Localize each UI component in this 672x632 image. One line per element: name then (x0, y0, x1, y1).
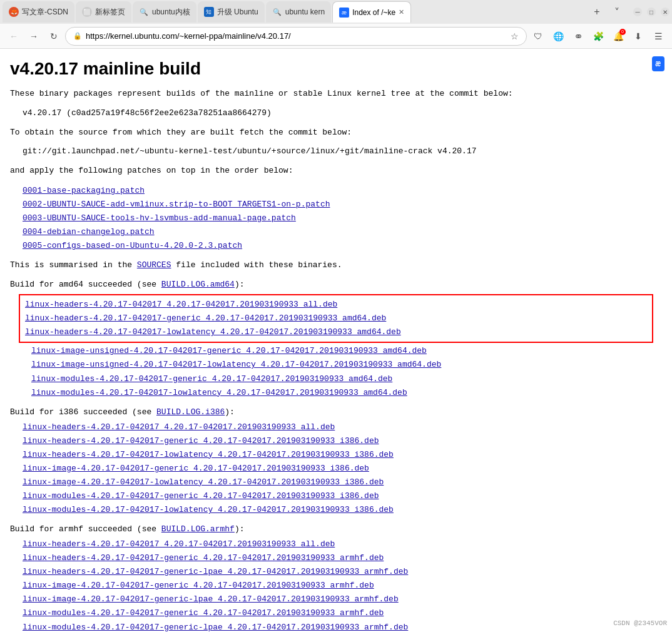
minimize-button[interactable]: ─ (633, 8, 642, 16)
page-content: æ v4.20.17 mainline build These binary p… (0, 49, 672, 632)
i386-buildlog-link[interactable]: BUILD.LOG.i386 (156, 407, 225, 417)
nav-bar: ← → ↻ 🔒 ☆ 🛡 🌐 ⚭ 🧩 🔔 0 ⬇ ☰ (0, 24, 672, 49)
tab-csdn[interactable]: 🦊 写文章-CSDN (3, 1, 74, 23)
i386-files-container: linux-headers-4.20.17-042017_4.20.17-042… (10, 420, 662, 517)
tab-favicon-newtab: ⬜ (82, 7, 92, 17)
page-title: v4.20.17 mainline build (10, 59, 662, 79)
tab-newtab[interactable]: ⬜ 新标签页 (76, 1, 131, 23)
patches-intro-line: and apply the following patches on top i… (10, 165, 662, 178)
armhf-file-4[interactable]: linux-image-4.20.17-042017-generic-lpae_… (10, 593, 662, 606)
tab-label-csdn: 写文章-CSDN (22, 7, 68, 18)
tab-upgrade-ubuntu[interactable]: 知 升级 Ubuntu (198, 1, 265, 23)
window-controls: ─ □ ✕ (633, 8, 669, 16)
patch-link-0003[interactable]: 0003-UBUNTU-SAUCE-tools-hv-lsvmbus-add-m… (10, 212, 662, 225)
patches-list: 0001-base-packaging.patch 0002-UBUNTU-SA… (10, 184, 662, 253)
close-window-button[interactable]: ✕ (661, 8, 669, 16)
armhf-buildlog-link[interactable]: BUILD.LOG.armhf (161, 524, 235, 534)
tab-favicon-upgrade: 知 (204, 7, 214, 17)
tab-actions: + ˅ ─ □ ✕ (588, 3, 669, 21)
armhf-file-0[interactable]: linux-headers-4.20.17-042017_4.20.17-042… (10, 538, 662, 551)
armhf-file-2[interactable]: linux-headers-4.20.17-042017-generic-lpa… (10, 565, 662, 579)
reload-button[interactable]: ↻ (45, 28, 63, 45)
new-tab-button[interactable]: + (588, 3, 606, 21)
nav-right-icons: 🛡 🌐 ⚭ 🧩 🔔 0 ⬇ ☰ (529, 28, 667, 45)
menu-button[interactable]: ☰ (649, 28, 667, 45)
tab-label-newtab: 新标签页 (95, 7, 125, 18)
pocket-icon[interactable]: 🛡 (529, 28, 547, 45)
tab-ubuntu-kern[interactable]: 🔍 ubuntu kern (266, 1, 331, 23)
amd64-file-4[interactable]: linux-image-unsigned-4.20.17-042017-lowl… (19, 358, 662, 372)
patch-link-0002[interactable]: 0002-UBUNTU-SAUCE-add-vmlinux.strip-to-B… (10, 198, 662, 212)
tab-ubuntu-kernel[interactable]: 🔍 ubuntu内核 (133, 1, 196, 23)
i386-file-6[interactable]: linux-modules-4.20.17-042017-lowlatency_… (10, 503, 662, 517)
sync-icon[interactable]: ⚭ (569, 28, 587, 45)
patch-link-0004[interactable]: 0004-debian-changelog.patch (10, 225, 662, 239)
commit-line: v4.20.17 (c0ad257a19f48c56f2ee2e623a7825… (10, 107, 662, 120)
ae-icon: æ (652, 56, 664, 71)
patch-link-0001[interactable]: 0001-base-packaging.patch (10, 184, 662, 198)
amd64-highlighted-files: linux-headers-4.20.17-042017_4.20.17-042… (19, 294, 653, 343)
download-icon[interactable]: ⬇ (629, 28, 647, 45)
amd64-file-1[interactable]: linux-headers-4.20.17-042017-generic_4.2… (23, 312, 649, 325)
browser-chrome: 🦊 写文章-CSDN ⬜ 新标签页 🔍 ubuntu内核 知 升级 Ubuntu… (0, 0, 672, 49)
amd64-file-5[interactable]: linux-modules-4.20.17-042017-generic_4.2… (19, 372, 662, 386)
i386-file-2[interactable]: linux-headers-4.20.17-042017-lowlatency_… (10, 448, 662, 462)
git-line: git://git.launchpad.net/~ubuntu-kernel-t… (10, 145, 662, 158)
sources-summary-line: This is summarised in the SOURCES file i… (10, 259, 662, 272)
amd64-file-2[interactable]: linux-headers-4.20.17-042017-lowlatency_… (23, 325, 649, 339)
tab-bar: 🦊 写文章-CSDN ⬜ 新标签页 🔍 ubuntu内核 知 升级 Ubuntu… (0, 0, 672, 24)
tab-close-button[interactable]: ✕ (399, 8, 404, 16)
sources-link[interactable]: SOURCES (137, 260, 171, 270)
forward-button[interactable]: → (25, 28, 43, 45)
source-line: To obtain the source from which they are… (10, 126, 662, 140)
i386-file-3[interactable]: linux-image-4.20.17-042017-generic_4.20.… (10, 462, 662, 476)
i386-file-5[interactable]: linux-modules-4.20.17-042017-generic_4.2… (10, 489, 662, 503)
maximize-button[interactable]: □ (647, 8, 656, 16)
amd64-file-6[interactable]: linux-modules-4.20.17-042017-lowlatency_… (19, 386, 662, 400)
i386-file-1[interactable]: linux-headers-4.20.17-042017-generic_4.2… (10, 434, 662, 448)
notification-count: 0 (619, 29, 626, 35)
tab-label-ubuntukernel: ubuntu内核 (152, 7, 190, 18)
lock-icon: 🔒 (73, 32, 82, 40)
tab-label-index: Index of /~ke (352, 8, 395, 17)
i386-file-0[interactable]: linux-headers-4.20.17-042017_4.20.17-042… (10, 420, 662, 434)
amd64-file-3[interactable]: linux-image-unsigned-4.20.17-042017-gene… (19, 344, 662, 358)
tab-index-active[interactable]: æ Index of /~ke ✕ (332, 1, 411, 23)
amd64-build-label: Build for amd64 succeeded (see BUILD.LOG… (10, 278, 662, 292)
address-bar[interactable]: 🔒 ☆ (65, 27, 527, 46)
armhf-file-1[interactable]: linux-headers-4.20.17-042017-generic_4.2… (10, 551, 662, 565)
tab-favicon-ubuntukernel: 🔍 (139, 7, 149, 17)
armhf-file-3[interactable]: linux-image-4.20.17-042017-generic_4.20.… (10, 579, 662, 593)
tab-favicon-csdn: 🦊 (9, 7, 19, 17)
tab-favicon-index: æ (339, 8, 349, 18)
armhf-build-label: Build for armhf succeeded (see BUILD.LOG… (10, 523, 662, 536)
url-input[interactable] (86, 31, 507, 41)
bookmark-star-icon[interactable]: ☆ (511, 31, 519, 41)
csdn-watermark: CSDN @2345VOR (613, 619, 667, 627)
patch-link-0005[interactable]: 0005-configs-based-on-Ubuntu-4.20.0-2.3.… (10, 239, 662, 253)
notification-badge-icon[interactable]: 🔔 0 (609, 28, 627, 45)
amd64-file-0[interactable]: linux-headers-4.20.17-042017_4.20.17-042… (23, 298, 649, 312)
armhf-file-5[interactable]: linux-modules-4.20.17-042017-generic_4.2… (10, 606, 662, 620)
tab-label-upgrade: 升级 Ubuntu (217, 7, 258, 18)
amd64-files-container: linux-headers-4.20.17-042017_4.20.17-042… (10, 293, 662, 400)
intro-line1: These binary packages represent builds o… (10, 88, 662, 101)
tab-overflow-button[interactable]: ˅ (608, 3, 626, 21)
i386-build-label: Build for i386 succeeded (see BUILD.LOG.… (10, 406, 662, 419)
i386-file-4[interactable]: linux-image-4.20.17-042017-lowlatency_4.… (10, 476, 662, 489)
armhf-file-6[interactable]: linux-modules-4.20.17-042017-generic-lpa… (10, 621, 662, 632)
amd64-buildlog-link[interactable]: BUILD.LOG.amd64 (161, 280, 235, 289)
profile-icon[interactable]: 🌐 (549, 28, 567, 45)
back-button[interactable]: ← (5, 28, 23, 45)
tab-label-ubuntukern: ubuntu kern (285, 8, 325, 16)
tab-favicon-ubuntukern: 🔍 (272, 7, 282, 17)
extensions-icon[interactable]: 🧩 (589, 28, 607, 45)
armhf-files-container: linux-headers-4.20.17-042017_4.20.17-042… (10, 538, 662, 632)
